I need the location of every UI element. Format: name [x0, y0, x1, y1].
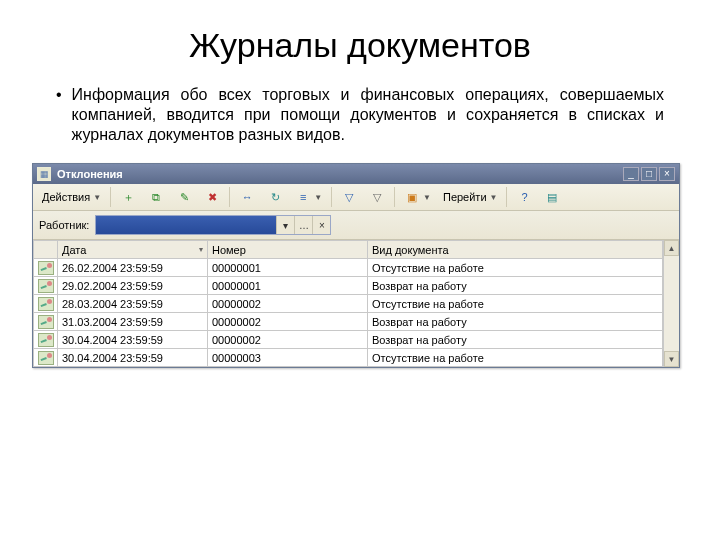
- cell-doctype: Отсутствие на работе: [368, 259, 663, 277]
- report-button[interactable]: ▤: [539, 186, 565, 208]
- export-icon: ▣: [404, 189, 420, 205]
- edit-icon: ✎: [176, 189, 192, 205]
- cell-date: 28.03.2004 23:59:59: [58, 295, 208, 313]
- separator: [229, 187, 230, 207]
- cell-date: 29.02.2004 23:59:59: [58, 277, 208, 295]
- funnel-set-button[interactable]: ▽: [336, 186, 362, 208]
- row-status-icon: [34, 331, 58, 349]
- filter-button[interactable]: ≡ ▼: [290, 186, 327, 208]
- minimize-button[interactable]: _: [623, 167, 639, 181]
- copy-button[interactable]: ⧉: [143, 186, 169, 208]
- chevron-down-icon: ▼: [490, 193, 498, 202]
- worker-value[interactable]: [96, 216, 276, 234]
- add-button[interactable]: ＋: [115, 186, 141, 208]
- cell-number: 00000001: [208, 259, 368, 277]
- titlebar[interactable]: ▦ Отклонения _ □ ×: [33, 164, 679, 184]
- row-status-icon: [34, 277, 58, 295]
- delete-button[interactable]: ✖: [199, 186, 225, 208]
- window-icon: ▦: [37, 167, 51, 181]
- row-status-icon: [34, 313, 58, 331]
- worker-dropdown-button[interactable]: ▾: [276, 216, 294, 234]
- separator: [506, 187, 507, 207]
- row-status-icon: [34, 259, 58, 277]
- worker-clear-button[interactable]: ×: [312, 216, 330, 234]
- scroll-down-button[interactable]: ▼: [664, 351, 679, 367]
- worker-combo[interactable]: ▾ … ×: [95, 215, 331, 235]
- cell-number: 00000002: [208, 313, 368, 331]
- cell-date: 30.04.2004 23:59:59: [58, 349, 208, 367]
- delete-icon: ✖: [204, 189, 220, 205]
- maximize-button[interactable]: □: [641, 167, 657, 181]
- edit-button[interactable]: ✎: [171, 186, 197, 208]
- funnel-off-icon: ▽: [369, 189, 385, 205]
- separator: [110, 187, 111, 207]
- scroll-up-button[interactable]: ▲: [664, 240, 679, 256]
- row-status-icon: [34, 349, 58, 367]
- chevron-down-icon: ▼: [93, 193, 101, 202]
- slide-title: Журналы документов: [56, 26, 664, 65]
- filter-icon: ≡: [295, 189, 311, 205]
- col-header-icon[interactable]: [34, 241, 58, 259]
- goto-menu-button[interactable]: Перейти ▼: [438, 186, 503, 208]
- add-icon: ＋: [120, 189, 136, 205]
- window-title: Отклонения: [57, 168, 617, 180]
- refresh-icon: ↻: [267, 189, 283, 205]
- cell-doctype: Отсутствие на работе: [368, 295, 663, 313]
- actions-menu-button[interactable]: Действия ▼: [37, 186, 106, 208]
- scroll-track[interactable]: [664, 256, 679, 351]
- cell-date: 26.02.2004 23:59:59: [58, 259, 208, 277]
- col-header-number[interactable]: Номер: [208, 241, 368, 259]
- refresh-button[interactable]: ↻: [262, 186, 288, 208]
- range-icon: ↔: [239, 189, 255, 205]
- col-header-doctype[interactable]: Вид документа: [368, 241, 663, 259]
- cell-number: 00000002: [208, 295, 368, 313]
- journal-window: ▦ Отклонения _ □ × Действия ▼ ＋ ⧉ ✎ ✖ ↔ …: [32, 163, 680, 368]
- help-button[interactable]: ?: [511, 186, 537, 208]
- close-button[interactable]: ×: [659, 167, 675, 181]
- cell-number: 00000003: [208, 349, 368, 367]
- chevron-down-icon: ▼: [423, 193, 431, 202]
- cell-doctype: Возврат на работу: [368, 277, 663, 295]
- cell-doctype: Отсутствие на работе: [368, 349, 663, 367]
- separator: [331, 187, 332, 207]
- documents-grid[interactable]: Дата ▾ Номер Вид документа 26.02.2004 23…: [33, 240, 663, 367]
- col-header-date[interactable]: Дата ▾: [58, 241, 208, 259]
- toolbar: Действия ▼ ＋ ⧉ ✎ ✖ ↔ ↻ ≡ ▼ ▽ ▽ ▣▼ Перейт…: [33, 184, 679, 211]
- bullet-dot: •: [56, 85, 62, 145]
- help-icon: ?: [516, 189, 532, 205]
- cell-date: 31.03.2004 23:59:59: [58, 313, 208, 331]
- bullet-text: Информация обо всех торговых и финансовы…: [72, 85, 664, 145]
- worker-label: Работник:: [39, 219, 89, 231]
- table-row[interactable]: 28.03.2004 23:59:5900000002Отсутствие на…: [34, 295, 663, 313]
- cell-number: 00000001: [208, 277, 368, 295]
- table-row[interactable]: 26.02.2004 23:59:5900000001Отсутствие на…: [34, 259, 663, 277]
- export-button[interactable]: ▣▼: [399, 186, 436, 208]
- chevron-down-icon: ▼: [314, 193, 322, 202]
- copy-icon: ⧉: [148, 189, 164, 205]
- table-row[interactable]: 30.04.2004 23:59:5900000003Отсутствие на…: [34, 349, 663, 367]
- separator: [394, 187, 395, 207]
- sort-indicator-icon: ▾: [199, 245, 203, 254]
- row-status-icon: [34, 295, 58, 313]
- vertical-scrollbar[interactable]: ▲ ▼: [663, 240, 679, 367]
- report-icon: ▤: [544, 189, 560, 205]
- filter-bar: Работник: ▾ … ×: [33, 211, 679, 240]
- table-row[interactable]: 29.02.2004 23:59:5900000001Возврат на ра…: [34, 277, 663, 295]
- cell-doctype: Возврат на работу: [368, 313, 663, 331]
- worker-pick-button[interactable]: …: [294, 216, 312, 234]
- table-row[interactable]: 30.04.2004 23:59:5900000002Возврат на ра…: [34, 331, 663, 349]
- range-button[interactable]: ↔: [234, 186, 260, 208]
- cell-doctype: Возврат на работу: [368, 331, 663, 349]
- cell-date: 30.04.2004 23:59:59: [58, 331, 208, 349]
- funnel-icon: ▽: [341, 189, 357, 205]
- table-row[interactable]: 31.03.2004 23:59:5900000002Возврат на ра…: [34, 313, 663, 331]
- cell-number: 00000002: [208, 331, 368, 349]
- funnel-clear-button[interactable]: ▽: [364, 186, 390, 208]
